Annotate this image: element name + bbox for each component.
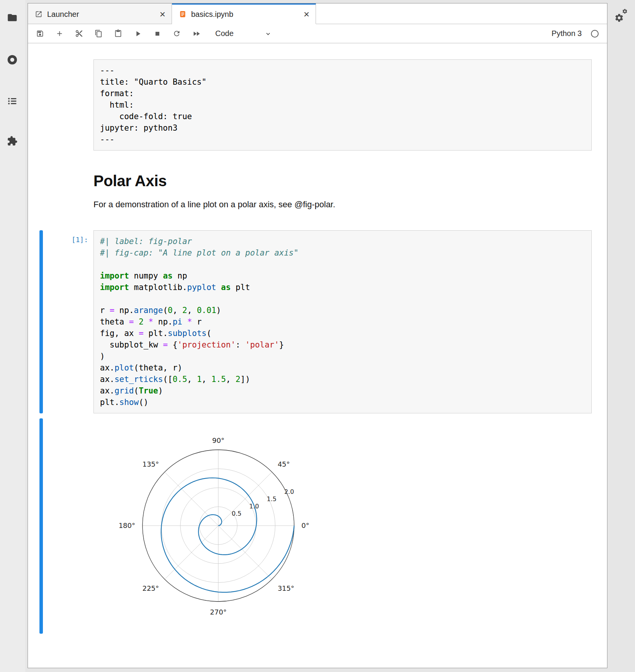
tab-notebook[interactable]: basics.ipynb ×	[172, 3, 316, 24]
save-button[interactable]	[30, 26, 50, 41]
svg-text:270°: 270°	[210, 608, 226, 616]
close-icon[interactable]: ×	[159, 9, 166, 19]
cell-type-value: Code	[215, 29, 234, 38]
svg-text:135°: 135°	[142, 460, 159, 468]
sidebar-item-file-browser[interactable]	[5, 11, 19, 25]
execution-count: [1]:	[43, 230, 93, 413]
markdown-paragraph: For a demonstration of a line plot on a …	[93, 200, 592, 210]
table-of-contents-icon	[7, 96, 18, 107]
svg-text:1.0: 1.0	[249, 503, 259, 510]
cell-prompt	[43, 151, 93, 230]
output-prompt	[43, 418, 93, 634]
gears-icon	[614, 8, 630, 23]
svg-text:1.5: 1.5	[267, 495, 276, 503]
save-icon	[36, 30, 44, 38]
polar-plot-svg: 0°45°90°135°180°225°270°315°0.51.01.52.0	[95, 419, 350, 634]
code-cell-content: #| label: fig-polar#| fig-cap: "A line p…	[100, 236, 585, 408]
svg-text:90°: 90°	[212, 436, 224, 444]
plus-icon	[56, 30, 64, 38]
output-collapser[interactable]	[39, 418, 43, 634]
sidebar-item-extensions[interactable]	[5, 134, 19, 148]
interrupt-kernel-button[interactable]	[147, 26, 167, 41]
close-icon[interactable]: ×	[303, 9, 310, 19]
svg-text:315°: 315°	[278, 584, 294, 592]
markdown-cell[interactable]: Polar Axis For a demonstration of a line…	[39, 151, 592, 230]
cell-collapser[interactable]	[39, 59, 43, 151]
tab-label: Launcher	[47, 10, 159, 19]
code-cell-editor[interactable]: #| label: fig-polar#| fig-cap: "A line p…	[93, 230, 592, 413]
svg-text:0.5: 0.5	[232, 510, 241, 517]
copy-cell-button[interactable]	[89, 26, 108, 41]
code-cell: [1]: #| label: fig-polar#| fig-cap: "A l…	[39, 230, 592, 413]
tab-label: basics.ipynb	[191, 10, 303, 19]
raw-cell-content: ---title: "Quarto Basics"format: html: c…	[100, 65, 585, 145]
cut-cell-button[interactable]	[69, 26, 89, 41]
cell-type-dropdown[interactable]: Code	[211, 27, 275, 40]
folder-icon	[7, 12, 18, 23]
jupyterlab-window: Launcher × basics.ipynb ×	[28, 3, 607, 668]
cell-prompt	[43, 59, 93, 151]
stop-icon	[154, 30, 161, 38]
sidebar-item-table-of-contents[interactable]	[5, 94, 19, 108]
svg-text:225°: 225°	[142, 584, 159, 592]
chevron-down-icon	[264, 30, 272, 38]
raw-cell: ---title: "Quarto Basics"format: html: c…	[39, 59, 592, 151]
markdown-heading: Polar Axis	[93, 172, 592, 190]
sidebar-item-running-sessions[interactable]	[5, 53, 19, 67]
cell-collapser[interactable]	[39, 230, 43, 413]
output-cell: 0°45°90°135°180°225°270°315°0.51.01.52.0	[39, 418, 592, 634]
settings-gears-button[interactable]	[614, 8, 630, 23]
play-icon	[134, 30, 142, 38]
restart-run-all-button[interactable]	[187, 26, 206, 41]
puzzle-icon	[7, 136, 18, 146]
paste-icon	[114, 30, 122, 38]
tab-bar: Launcher × basics.ipynb ×	[28, 3, 607, 24]
run-cell-button[interactable]	[128, 26, 147, 41]
running-sessions-icon	[7, 54, 18, 65]
left-sidebar	[0, 0, 25, 672]
refresh-icon	[173, 30, 181, 38]
cell-collapser[interactable]	[39, 151, 43, 230]
add-cell-button[interactable]	[50, 26, 69, 41]
notebook-toolbar: Code Python 3	[28, 24, 607, 43]
fast-forward-icon	[192, 30, 201, 38]
svg-text:45°: 45°	[278, 460, 290, 468]
tab-bar-empty-space	[316, 3, 607, 24]
notebook-icon	[179, 10, 187, 18]
restart-kernel-button[interactable]	[167, 26, 187, 41]
scissors-icon	[75, 30, 83, 38]
markdown-rendered: Polar Axis For a demonstration of a line…	[93, 151, 592, 230]
paste-cell-button[interactable]	[108, 26, 128, 41]
copy-icon	[95, 30, 103, 38]
svg-text:180°: 180°	[119, 521, 135, 529]
launcher-icon	[35, 10, 43, 18]
tab-launcher[interactable]: Launcher ×	[28, 3, 172, 24]
svg-text:0°: 0°	[301, 521, 309, 529]
svg-text:2.0: 2.0	[284, 488, 294, 495]
raw-cell-editor[interactable]: ---title: "Quarto Basics"format: html: c…	[93, 59, 592, 151]
kernel-name[interactable]: Python 3	[552, 29, 582, 38]
cell-output: 0°45°90°135°180°225°270°315°0.51.01.52.0	[93, 418, 592, 634]
screen: Launcher × basics.ipynb ×	[0, 0, 635, 672]
notebook-panel: ---title: "Quarto Basics"format: html: c…	[28, 43, 607, 668]
kernel-status-icon[interactable]	[590, 29, 599, 38]
